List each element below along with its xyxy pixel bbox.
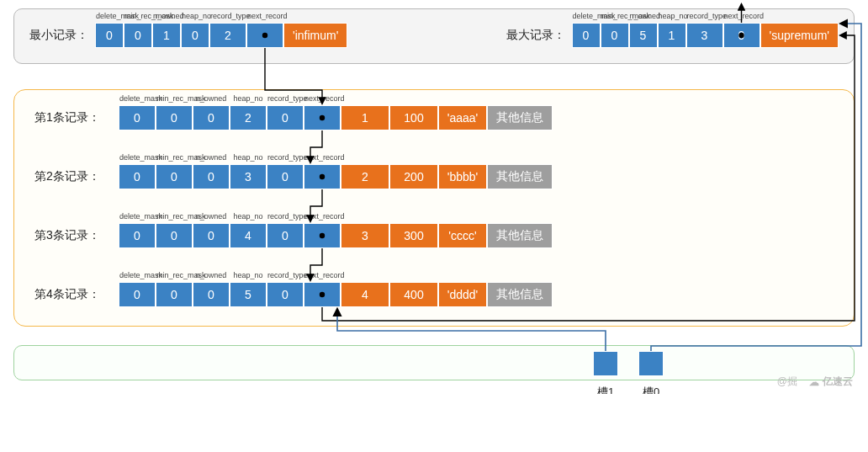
watermark: @掘 ☁ 亿速云 [777,375,853,389]
row-label: 第3条记录： [34,228,119,243]
row-cells: delete_mask0 min_rec_mask0 n_owned0 heap… [119,164,553,189]
hdr-n-owned: n_owned [153,12,180,20]
record-row-3: 第3条记录： delete_mask0 min_rec_mask0 n_owne… [34,223,834,248]
page-directory-panel: 槽1 槽0 [13,345,855,380]
record-row-1: 第1条记录： delete_mask0 min_rec_mask0 n_owne… [34,105,834,130]
hdr-n-owned: n_owned [630,12,657,20]
cell-extra-info: 其他信息 [487,164,553,189]
cell-delete-mask: delete_mask0 [119,282,156,307]
cell-data-col1: 3 [341,223,389,248]
cell-delete-mask: delete_mask0 [572,23,601,48]
hdr-min-rec-mask: min_rec_mask [124,12,151,20]
cell-data-col2: 100 [389,105,438,130]
cell-extra-info: 其他信息 [487,223,553,248]
cell-data-col2: 400 [389,282,438,307]
cell-record-type: record_type0 [267,164,304,189]
cell-record-type: record_type3 [686,23,723,48]
cell-data-col2: 200 [389,164,438,189]
cell-next-record: next_record0 [723,23,760,48]
hdr-record-type: record_type [687,12,722,20]
hdr-heap-no: heap_no [659,12,685,20]
cell-record-type: record_type2 [209,23,246,48]
supremum-label: 最大记录： [506,28,565,43]
hdr-record-type: record_type [210,12,246,20]
infimum-label: 最小记录： [29,28,88,43]
hdr-next-record: next_record [724,12,760,20]
cell-data-col3: 'dddd' [438,282,487,307]
hdr-heap-no: heap_no [182,12,209,20]
cell-data-col3: 'bbbb' [438,164,487,189]
cell-n-owned: n_owned0 [193,282,230,307]
row-label: 第2条记录： [34,169,119,184]
cell-heap-no: heap_no0 [181,23,209,48]
cell-heap-no: heap_no5 [230,282,267,307]
cell-heap-no: heap_no3 [230,164,267,189]
cell-n-owned: n_owned1 [152,23,181,48]
row-cells: delete_mask0 min_rec_mask0 n_owned0 heap… [119,105,553,130]
system-records-panel: 最小记录： delete_mask0 min_rec_mask0 n_owned… [13,8,855,64]
cell-infimum-tag: 'infimum' [283,23,347,48]
slot-0-label: 槽0 [634,385,668,394]
hdr-delete-mask: delete_mask [573,12,600,20]
row-cells: delete_mask0 min_rec_mask0 n_owned0 heap… [119,223,553,248]
cell-data-col2: 300 [389,223,438,248]
slot-1-label: 槽1 [589,385,622,394]
watermark-right: 亿速云 [823,375,853,389]
cell-min-rec-mask: min_rec_mask0 [124,23,152,48]
cell-extra-info: 其他信息 [487,282,553,307]
slot-0 [638,351,664,376]
cell-data-col1: 1 [341,105,389,130]
watermark-left: @掘 [777,375,797,389]
cell-delete-mask: delete_mask0 [119,164,156,189]
row-label: 第1条记录： [34,110,119,125]
cell-min-rec-mask: min_rec_mask0 [156,105,193,130]
cell-supremum-tag: 'supremum' [760,23,839,48]
cell-next-record: next_record [304,105,341,130]
cell-delete-mask: delete_mask0 [119,105,156,130]
row-cells: delete_mask0 min_rec_mask0 n_owned0 heap… [119,282,553,307]
cell-min-rec-mask: min_rec_mask0 [156,164,193,189]
cell-heap-no: heap_no4 [230,223,267,248]
infimum-record: 最小记录： delete_mask0 min_rec_mask0 n_owned… [29,23,347,48]
cell-extra-info: 其他信息 [487,105,553,130]
cell-data-col1: 4 [341,282,389,307]
cell-data-col3: 'cccc' [438,223,487,248]
record-row-4: 第4条记录： delete_mask0 min_rec_mask0 n_owne… [34,282,834,307]
cell-n-owned: n_owned0 [193,164,230,189]
supremum-cells: delete_mask0 min_rec_mask0 n_owned5 heap… [572,23,839,48]
cloud-icon: ☁ [809,376,819,388]
cell-next-record: next_record [304,164,341,189]
cell-record-type: record_type0 [267,105,304,130]
row-label: 第4条记录： [34,287,119,302]
cell-next-record: next_record [304,223,341,248]
hdr-next-record: next_record [247,12,283,20]
supremum-record: 最大记录： delete_mask0 min_rec_mask0 n_owned… [506,23,839,48]
hdr-delete-mask: delete_mask [96,12,123,20]
cell-min-rec-mask: min_rec_mask0 [156,223,193,248]
infimum-cells: delete_mask0 min_rec_mask0 n_owned1 heap… [95,23,347,48]
watermark-logo: ☁ 亿速云 [809,375,853,389]
cell-heap-no: heap_no1 [658,23,686,48]
cell-delete-mask: delete_mask0 [95,23,124,48]
cell-n-owned: n_owned0 [193,223,230,248]
cell-data-col1: 2 [341,164,389,189]
cell-next-record: next_record [304,282,341,307]
cell-record-type: record_type0 [267,282,304,307]
cell-record-type: record_type0 [267,223,304,248]
user-records-panel: 第1条记录： delete_mask0 min_rec_mask0 n_owne… [13,89,855,327]
slot-1 [593,351,618,376]
cell-data-col3: 'aaaa' [438,105,487,130]
cell-min-rec-mask: min_rec_mask0 [156,282,193,307]
record-row-2: 第2条记录： delete_mask0 min_rec_mask0 n_owne… [34,164,834,189]
cell-next-record: next_record [246,23,283,48]
cell-heap-no: heap_no2 [230,105,267,130]
hdr-min-rec-mask: min_rec_mask [601,12,628,20]
cell-delete-mask: delete_mask0 [119,223,156,248]
cell-min-rec-mask: min_rec_mask0 [601,23,629,48]
cell-n-owned: n_owned5 [629,23,658,48]
cell-n-owned: n_owned0 [193,105,230,130]
